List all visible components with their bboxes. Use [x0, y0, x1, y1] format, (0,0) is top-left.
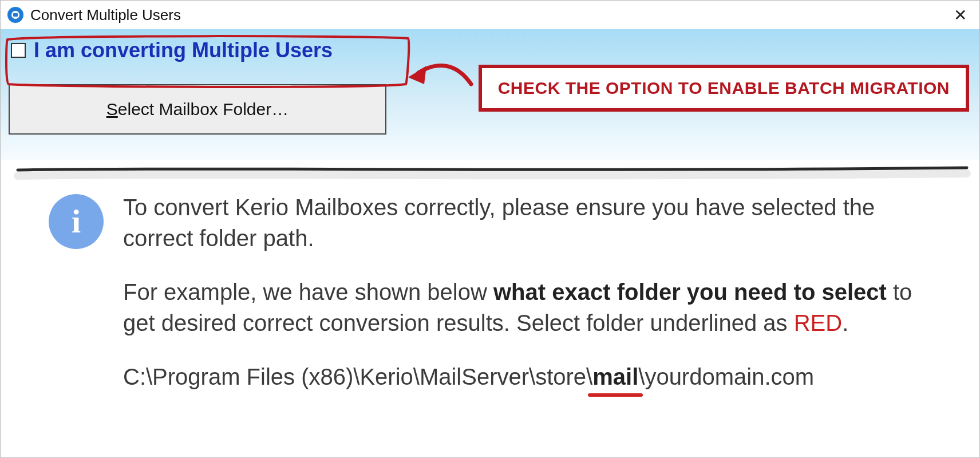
- path-mail-highlight: mail: [592, 361, 638, 392]
- select-mailbox-label: elect Mailbox Folder…: [118, 100, 289, 119]
- annotation-callout-text: CHECK THE OPTION TO ENABLE BATCH MIGRATI…: [498, 78, 950, 97]
- info-p2-red: RED: [794, 310, 842, 335]
- info-p2-a: For example, we have shown below: [123, 279, 493, 305]
- info-paragraph-2: For example, we have shown below what ex…: [123, 277, 939, 338]
- path-prefix: C:\Program Files (x86)\Kerio\MailServer\…: [123, 364, 592, 389]
- annotation-arrow-icon: [405, 51, 473, 99]
- window-title: Convert Multiple Users: [30, 6, 181, 24]
- options-panel: I am converting Multiple Users Select Ma…: [1, 29, 979, 160]
- example-path: C:\Program Files (x86)\Kerio\MailServer\…: [123, 361, 939, 392]
- app-icon: [7, 7, 23, 23]
- close-icon[interactable]: ✕: [945, 3, 975, 26]
- info-paragraph-1: To convert Kerio Mailboxes correctly, pl…: [123, 192, 939, 254]
- annotation-callout: CHECK THE OPTION TO ENABLE BATCH MIGRATI…: [479, 65, 969, 112]
- multiple-users-checkbox-row: I am converting Multiple Users: [9, 35, 409, 68]
- info-p2-e: .: [842, 310, 848, 335]
- info-p2-bold: what exact folder you need to select: [493, 279, 887, 305]
- select-mailbox-accel: S: [106, 100, 118, 119]
- svg-rect-1: [13, 13, 18, 17]
- path-suffix: \yourdomain.com: [638, 364, 814, 389]
- titlebar: Convert Multiple Users ✕: [1, 1, 979, 29]
- info-panel: i To convert Kerio Mailboxes correctly, …: [1, 178, 979, 415]
- multiple-users-label: I am converting Multiple Users: [34, 38, 333, 62]
- info-icon: i: [49, 194, 104, 249]
- select-mailbox-folder-button[interactable]: Select Mailbox Folder…: [9, 84, 386, 135]
- multiple-users-checkbox[interactable]: [11, 43, 26, 58]
